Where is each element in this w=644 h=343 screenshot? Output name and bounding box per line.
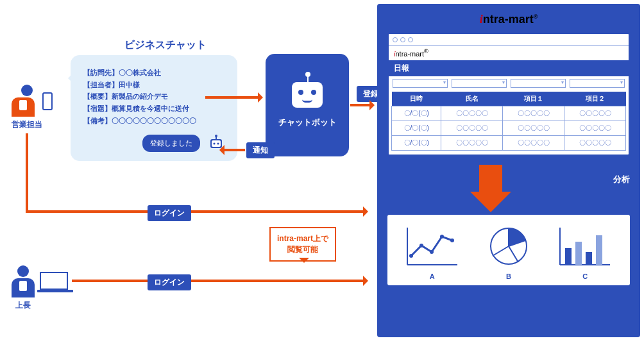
chart-a-label: A [400,272,464,280]
col-item1: 項目１ [503,92,564,106]
mini-logo: intra-mart® [389,46,629,60]
chat-note: 【備考】〇〇〇〇〇〇〇〇〇〇〇〇 [83,115,225,127]
intramart-panel: intra-mart® intra-mart® 日報 ▾▾▾▾ 日時 氏名 項目… [377,4,640,337]
svg-point-6 [409,254,413,258]
svg-point-7 [419,244,423,247]
sales-login-line-v [26,133,28,212]
line-chart-icon: A [400,224,464,280]
chat-title: ビジネスチャット [101,38,230,52]
viewable-note: intra-mart上で 閲覧可能 [269,227,336,262]
chart-b-label: B [477,272,541,280]
boss-login-line [72,280,367,282]
viewable-line2: 閲覧可能 [287,245,318,254]
report-title: 日報 [389,60,629,76]
chart-c-label: C [553,272,617,280]
sales-person-icon: 営業担当 [12,85,42,130]
logo-reg: ® [534,13,538,20]
down-arrow-icon [479,165,502,199]
svg-line-15 [493,246,509,256]
arrow-notify [221,149,245,151]
svg-rect-16 [565,248,572,265]
sales-label: 営業担当 [12,119,42,130]
table-row: 〇/〇(〇)〇〇〇〇〇〇〇〇〇〇〇〇〇〇〇 [392,135,626,150]
pie-chart-icon: B [477,224,541,280]
notify-label: 通知 [246,142,275,158]
svg-point-9 [440,235,444,238]
arrow-register [350,104,373,106]
boss-person-icon: 上長 [12,265,35,311]
arrow-chat-to-bot [205,96,262,99]
chat-contact: 【担当者】田中様 [83,79,225,91]
svg-rect-17 [575,242,582,265]
chatbot-box: チャットボット [266,54,349,156]
analysis-label: 分析 [613,174,630,185]
login-label-1: ログイン [148,205,191,221]
chat-visit: 【訪問先】〇〇株式会社 [83,67,225,79]
svg-point-10 [450,238,454,242]
laptop-icon [40,272,68,290]
col-item2: 項目２ [564,92,626,106]
phone-icon [42,92,53,110]
chatbot-label: チャットボット [278,117,337,128]
chat-bubble: 【訪問先】〇〇株式会社 【担当者】田中様 【概要】新製品の紹介デモ 【宿題】概算… [71,55,237,161]
chart-row: A B C [387,215,630,285]
sales-login-line-h [26,210,367,213]
logo-rest: ntra-mart [483,13,534,26]
svg-rect-19 [596,235,602,265]
chat-summary: 【概要】新製品の紹介デモ [83,90,225,103]
report-browser: intra-mart® 日報 ▾▾▾▾ 日時 氏名 項目１ 項目２ 〇/〇(〇)… [387,33,630,156]
chat-homework: 【宿題】概算見積を今週中に送付 [83,103,225,115]
browser-bar [389,34,629,46]
table-row: 〇/〇(〇)〇〇〇〇〇〇〇〇〇〇〇〇〇〇〇 [392,106,626,121]
svg-rect-18 [586,252,592,265]
svg-line-14 [509,246,518,262]
svg-point-5 [215,135,217,137]
confirm-chip: 登録しました [142,135,200,152]
viewable-line1: intra-mart上で [277,234,328,243]
col-name: 氏名 [441,92,503,106]
bar-chart-icon: C [553,224,617,280]
svg-point-8 [430,250,434,254]
login-label-2: ログイン [148,274,191,290]
col-date: 日時 [392,92,441,106]
report-table: 日時 氏名 項目１ 項目２ 〇/〇(〇)〇〇〇〇〇〇〇〇〇〇〇〇〇〇〇 〇/〇(… [391,92,626,151]
intramart-logo: intra-mart® [387,13,630,26]
boss-label: 上長 [12,300,35,311]
filter-row: ▾▾▾▾ [389,76,629,90]
table-row: 〇/〇(〇)〇〇〇〇〇〇〇〇〇〇〇〇〇〇〇 [392,121,626,135]
